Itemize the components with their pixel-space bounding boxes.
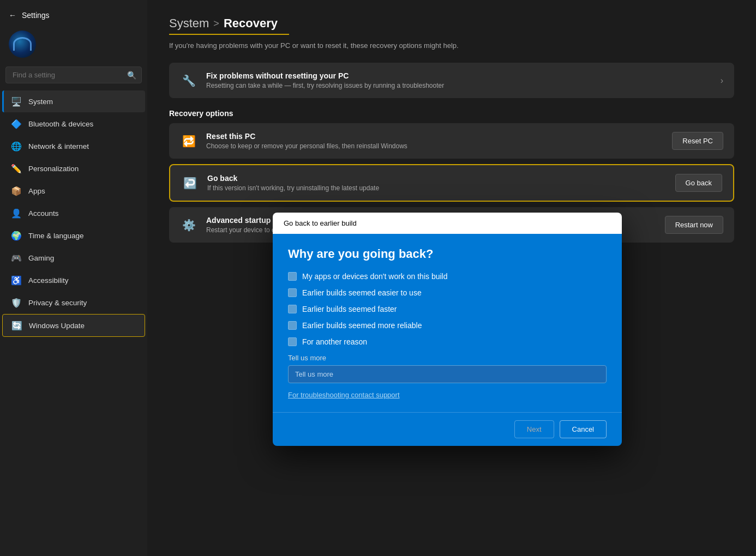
sidebar-icon-gaming: 🎮 (11, 252, 22, 263)
sidebar-icon-apps: 📦 (11, 185, 22, 196)
sidebar-label-personalization: Personalization (28, 165, 79, 173)
dialog-header: Go back to earlier build (273, 213, 622, 234)
sidebar-icon-time: 🌍 (11, 230, 22, 241)
support-link[interactable]: For troubleshooting contact support (288, 391, 607, 399)
dialog-header-title: Go back to earlier build (284, 219, 357, 227)
next-button[interactable]: Next (514, 420, 554, 438)
sidebar-label-apps: Apps (28, 187, 45, 195)
checkbox-label-reliable: Earlier builds seemed more reliable (302, 321, 422, 330)
sidebar-item-time[interactable]: 🌍 Time & language (2, 225, 145, 246)
sidebar-label-accessibility: Accessibility (28, 276, 69, 285)
sidebar-item-gaming[interactable]: 🎮 Gaming (2, 247, 145, 269)
checkbox-label-easier: Earlier builds seemed easier to use (302, 288, 422, 297)
sidebar-icon-system: 🖥️ (11, 96, 22, 107)
sidebar-icon-bluetooth: 🔷 (11, 118, 22, 129)
sidebar-icon-network: 🌐 (11, 141, 22, 152)
sidebar-item-accounts[interactable]: 👤 Accounts (2, 202, 145, 224)
sidebar: ← Settings 🔍 🖥️ System 🔷 Bluetooth & dev… (0, 0, 147, 556)
sidebar-label-privacy: Privacy & security (28, 299, 87, 307)
sidebar-icon-accessibility: ♿ (11, 275, 22, 286)
checkbox-other[interactable] (288, 337, 297, 346)
sidebar-icon-windows-update: 🔄 (11, 320, 22, 331)
checkbox-label-faster: Earlier builds seemed faster (302, 305, 397, 313)
sidebar-icon-personalization: ✏️ (11, 163, 22, 174)
search-icon: 🔍 (127, 71, 136, 80)
sidebar-label-time: Time & language (28, 232, 84, 240)
search-input[interactable] (5, 67, 142, 83)
checkbox-row-reliable: Earlier builds seemed more reliable (288, 321, 607, 330)
tell-us-label: Tell us more (288, 354, 607, 362)
sidebar-label-windows-update: Windows Update (29, 322, 85, 330)
sidebar-label-network: Network & internet (28, 142, 89, 150)
sidebar-item-privacy[interactable]: 🛡️ Privacy & security (2, 292, 145, 313)
dialog-body: Why are you going back? My apps or devic… (273, 234, 622, 412)
sidebar-item-system[interactable]: 🖥️ System (2, 90, 145, 112)
checkbox-row-apps: My apps or devices don't work on this bu… (288, 272, 607, 281)
avatar (9, 31, 36, 58)
dialog-footer: Next Cancel (273, 412, 622, 446)
checkbox-row-easier: Earlier builds seemed easier to use (288, 288, 607, 297)
sidebar-item-network[interactable]: 🌐 Network & internet (2, 135, 145, 157)
go-back-dialog: Go back to earlier build Why are you goi… (273, 213, 622, 446)
checkbox-row-other: For another reason (288, 337, 607, 346)
sidebar-label-gaming: Gaming (28, 254, 54, 262)
sidebar-label-bluetooth: Bluetooth & devices (28, 120, 93, 128)
search-container: 🔍 (5, 67, 142, 83)
checkbox-apps[interactable] (288, 272, 297, 281)
checkbox-faster[interactable] (288, 305, 297, 313)
checkbox-easier[interactable] (288, 288, 297, 297)
main-content: System > Recovery If you're having probl… (147, 0, 756, 556)
back-icon: ← (9, 11, 16, 20)
checkbox-row-faster: Earlier builds seemed faster (288, 305, 607, 313)
checkbox-label-other: For another reason (302, 337, 367, 346)
app-title: Settings (22, 11, 50, 20)
checkbox-label-apps: My apps or devices don't work on this bu… (302, 272, 447, 281)
dialog-question: Why are you going back? (288, 247, 607, 261)
dialog-overlay: Go back to earlier build Why are you goi… (147, 0, 756, 556)
tell-us-input[interactable] (288, 365, 607, 383)
back-button[interactable]: ← Settings (0, 5, 147, 25)
sidebar-item-bluetooth[interactable]: 🔷 Bluetooth & devices (2, 113, 145, 135)
sidebar-icon-privacy: 🛡️ (11, 297, 22, 308)
checkbox-reliable[interactable] (288, 321, 297, 330)
sidebar-label-system: System (28, 98, 53, 106)
sidebar-item-apps[interactable]: 📦 Apps (2, 180, 145, 202)
cancel-button[interactable]: Cancel (560, 420, 607, 438)
sidebar-icon-accounts: 👤 (11, 208, 22, 219)
sidebar-item-personalization[interactable]: ✏️ Personalization (2, 158, 145, 179)
sidebar-label-accounts: Accounts (28, 209, 59, 217)
sidebar-item-accessibility[interactable]: ♿ Accessibility (2, 269, 145, 291)
sidebar-item-windows-update[interactable]: 🔄 Windows Update (2, 314, 145, 337)
